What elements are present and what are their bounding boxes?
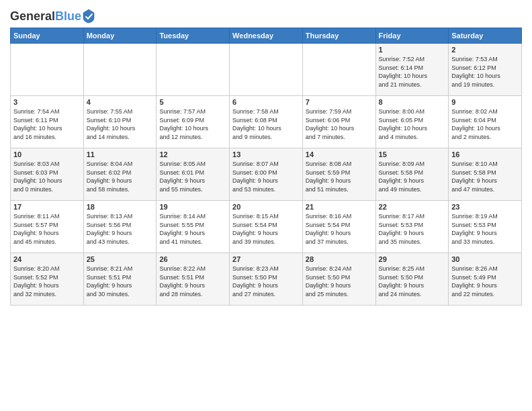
- day-info: Sunrise: 8:02 AM Sunset: 6:04 PM Dayligh…: [451, 107, 519, 141]
- calendar-week-4: 17Sunrise: 8:11 AM Sunset: 5:57 PM Dayli…: [11, 201, 522, 253]
- day-number: 11: [87, 150, 154, 158]
- calendar-week-1: 1Sunrise: 7:52 AM Sunset: 6:14 PM Daylig…: [11, 44, 522, 96]
- calendar-cell: 5Sunrise: 7:57 AM Sunset: 6:09 PM Daylig…: [157, 96, 230, 148]
- weekday-header-row: SundayMondayTuesdayWednesdayThursdayFrid…: [11, 28, 522, 44]
- day-number: 8: [379, 98, 446, 106]
- day-info: Sunrise: 8:20 AM Sunset: 5:52 PM Dayligh…: [13, 265, 81, 298]
- day-info: Sunrise: 8:23 AM Sunset: 5:50 PM Dayligh…: [232, 265, 300, 298]
- day-info: Sunrise: 8:21 AM Sunset: 5:51 PM Dayligh…: [87, 265, 154, 298]
- day-info: Sunrise: 8:25 AM Sunset: 5:50 PM Dayligh…: [379, 265, 446, 298]
- logo-text: GeneralBlue: [10, 10, 95, 24]
- day-number: 18: [87, 203, 154, 211]
- day-number: 26: [159, 255, 226, 263]
- calendar-cell: 24Sunrise: 8:20 AM Sunset: 5:52 PM Dayli…: [11, 253, 84, 306]
- calendar-cell: 16Sunrise: 8:10 AM Sunset: 5:58 PM Dayli…: [449, 148, 522, 201]
- calendar-cell: 8Sunrise: 8:00 AM Sunset: 6:05 PM Daylig…: [375, 96, 449, 148]
- day-info: Sunrise: 8:09 AM Sunset: 5:58 PM Dayligh…: [379, 160, 446, 193]
- day-info: Sunrise: 8:11 AM Sunset: 5:57 PM Dayligh…: [13, 212, 81, 246]
- calendar-cell: 30Sunrise: 8:26 AM Sunset: 5:49 PM Dayli…: [449, 253, 522, 306]
- day-number: 10: [13, 150, 81, 158]
- day-number: 22: [379, 203, 446, 211]
- logo: GeneralBlue: [10, 10, 95, 24]
- calendar-cell: [302, 44, 375, 96]
- day-number: 1: [379, 46, 446, 54]
- day-info: Sunrise: 8:07 AM Sunset: 6:00 PM Dayligh…: [232, 160, 300, 193]
- calendar-cell: 17Sunrise: 8:11 AM Sunset: 5:57 PM Dayli…: [11, 201, 84, 253]
- day-info: Sunrise: 8:04 AM Sunset: 6:02 PM Dayligh…: [87, 160, 154, 193]
- calendar-cell: 13Sunrise: 8:07 AM Sunset: 6:00 PM Dayli…: [230, 148, 303, 201]
- calendar-cell: 21Sunrise: 8:16 AM Sunset: 5:54 PM Dayli…: [302, 201, 375, 253]
- day-number: 13: [232, 150, 300, 158]
- day-number: 24: [13, 255, 81, 263]
- day-info: Sunrise: 7:59 AM Sunset: 6:06 PM Dayligh…: [306, 107, 373, 141]
- calendar-cell: 12Sunrise: 8:05 AM Sunset: 6:01 PM Dayli…: [157, 148, 230, 201]
- day-info: Sunrise: 8:03 AM Sunset: 6:03 PM Dayligh…: [13, 160, 81, 193]
- day-number: 3: [13, 98, 81, 106]
- calendar-cell: [83, 44, 157, 96]
- day-number: 2: [451, 46, 519, 54]
- day-number: 4: [87, 98, 154, 106]
- day-info: Sunrise: 8:16 AM Sunset: 5:54 PM Dayligh…: [306, 212, 373, 246]
- calendar-cell: 28Sunrise: 8:24 AM Sunset: 5:50 PM Dayli…: [302, 253, 375, 306]
- calendar-cell: 18Sunrise: 8:13 AM Sunset: 5:56 PM Dayli…: [83, 201, 157, 253]
- weekday-header-tuesday: Tuesday: [157, 28, 230, 44]
- day-number: 7: [306, 98, 373, 106]
- calendar-cell: 14Sunrise: 8:08 AM Sunset: 5:59 PM Dayli…: [302, 148, 375, 201]
- weekday-header-sunday: Sunday: [11, 28, 84, 44]
- day-info: Sunrise: 8:15 AM Sunset: 5:54 PM Dayligh…: [232, 212, 300, 246]
- day-info: Sunrise: 8:19 AM Sunset: 5:53 PM Dayligh…: [451, 212, 519, 246]
- day-info: Sunrise: 8:17 AM Sunset: 5:53 PM Dayligh…: [379, 212, 446, 246]
- calendar-body: 1Sunrise: 7:52 AM Sunset: 6:14 PM Daylig…: [11, 44, 522, 306]
- calendar-cell: [11, 44, 84, 96]
- day-info: Sunrise: 8:26 AM Sunset: 5:49 PM Dayligh…: [451, 265, 519, 298]
- day-number: 27: [232, 255, 300, 263]
- day-number: 14: [306, 150, 373, 158]
- calendar-cell: 23Sunrise: 8:19 AM Sunset: 5:53 PM Dayli…: [449, 201, 522, 253]
- day-info: Sunrise: 7:53 AM Sunset: 6:12 PM Dayligh…: [451, 55, 519, 89]
- day-number: 5: [159, 98, 226, 106]
- day-number: 17: [13, 203, 81, 211]
- day-number: 15: [379, 150, 446, 158]
- day-number: 16: [451, 150, 519, 158]
- day-number: 9: [451, 98, 519, 106]
- day-number: 20: [232, 203, 300, 211]
- calendar-header: SundayMondayTuesdayWednesdayThursdayFrid…: [11, 28, 522, 44]
- calendar-cell: 4Sunrise: 7:55 AM Sunset: 6:10 PM Daylig…: [83, 96, 157, 148]
- day-info: Sunrise: 7:55 AM Sunset: 6:10 PM Dayligh…: [87, 107, 154, 141]
- weekday-header-wednesday: Wednesday: [230, 28, 303, 44]
- calendar-cell: 20Sunrise: 8:15 AM Sunset: 5:54 PM Dayli…: [230, 201, 303, 253]
- day-info: Sunrise: 8:24 AM Sunset: 5:50 PM Dayligh…: [306, 265, 373, 298]
- day-info: Sunrise: 8:22 AM Sunset: 5:51 PM Dayligh…: [159, 265, 226, 298]
- day-info: Sunrise: 8:08 AM Sunset: 5:59 PM Dayligh…: [306, 160, 373, 193]
- calendar-week-5: 24Sunrise: 8:20 AM Sunset: 5:52 PM Dayli…: [11, 253, 522, 306]
- day-info: Sunrise: 8:13 AM Sunset: 5:56 PM Dayligh…: [87, 212, 154, 246]
- calendar-cell: 19Sunrise: 8:14 AM Sunset: 5:55 PM Dayli…: [157, 201, 230, 253]
- calendar-cell: 25Sunrise: 8:21 AM Sunset: 5:51 PM Dayli…: [83, 253, 157, 306]
- calendar-cell: 27Sunrise: 8:23 AM Sunset: 5:50 PM Dayli…: [230, 253, 303, 306]
- calendar-week-2: 3Sunrise: 7:54 AM Sunset: 6:11 PM Daylig…: [11, 96, 522, 148]
- day-number: 12: [159, 150, 226, 158]
- calendar-cell: 26Sunrise: 8:22 AM Sunset: 5:51 PM Dayli…: [157, 253, 230, 306]
- logo-icon: [83, 9, 95, 24]
- calendar-week-3: 10Sunrise: 8:03 AM Sunset: 6:03 PM Dayli…: [11, 148, 522, 201]
- calendar-table: SundayMondayTuesdayWednesdayThursdayFrid…: [10, 28, 522, 306]
- calendar-cell: 9Sunrise: 8:02 AM Sunset: 6:04 PM Daylig…: [449, 96, 522, 148]
- day-info: Sunrise: 8:05 AM Sunset: 6:01 PM Dayligh…: [159, 160, 226, 193]
- calendar-cell: 7Sunrise: 7:59 AM Sunset: 6:06 PM Daylig…: [302, 96, 375, 148]
- calendar-cell: 11Sunrise: 8:04 AM Sunset: 6:02 PM Dayli…: [83, 148, 157, 201]
- calendar-cell: [230, 44, 303, 96]
- day-info: Sunrise: 7:54 AM Sunset: 6:11 PM Dayligh…: [13, 107, 81, 141]
- calendar-cell: 3Sunrise: 7:54 AM Sunset: 6:11 PM Daylig…: [11, 96, 84, 148]
- weekday-header-friday: Friday: [375, 28, 449, 44]
- weekday-header-monday: Monday: [83, 28, 157, 44]
- calendar-cell: 1Sunrise: 7:52 AM Sunset: 6:14 PM Daylig…: [375, 44, 449, 96]
- day-info: Sunrise: 7:52 AM Sunset: 6:14 PM Dayligh…: [379, 55, 446, 89]
- calendar-cell: [157, 44, 230, 96]
- day-number: 21: [306, 203, 373, 211]
- weekday-header-saturday: Saturday: [449, 28, 522, 44]
- day-info: Sunrise: 7:57 AM Sunset: 6:09 PM Dayligh…: [159, 107, 226, 141]
- day-number: 30: [451, 255, 519, 263]
- day-info: Sunrise: 7:58 AM Sunset: 6:08 PM Dayligh…: [232, 107, 300, 141]
- day-number: 29: [379, 255, 446, 263]
- day-number: 25: [87, 255, 154, 263]
